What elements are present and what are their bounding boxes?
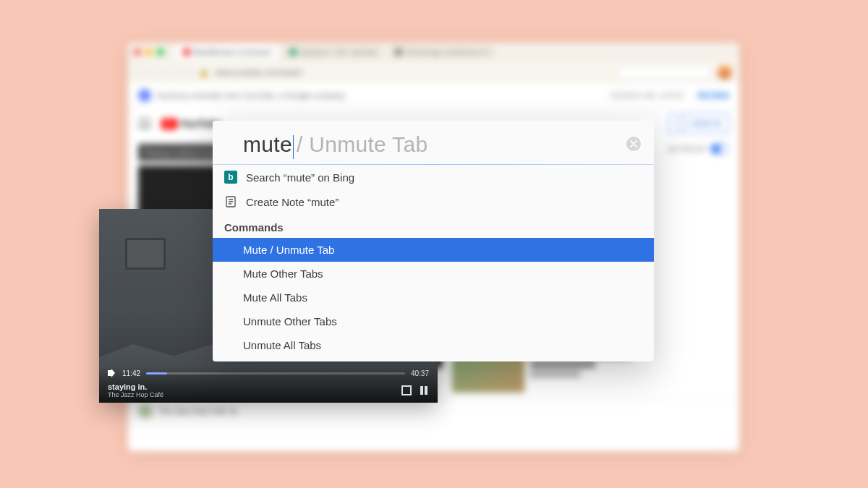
- palette-command[interactable]: Unmute Other Tabs: [213, 309, 654, 333]
- pause-icon[interactable]: [419, 385, 429, 395]
- palette-section-header: Commands: [213, 214, 654, 238]
- titlebar: Mute/Browse Command staying in · lofi · …: [128, 43, 739, 61]
- volume-icon[interactable]: [108, 369, 116, 377]
- command-label: Mute / Unmute Tab: [243, 244, 334, 256]
- progress-bar[interactable]: [146, 372, 405, 374]
- palette-result-note[interactable]: Create Note “mute”: [213, 189, 654, 214]
- sign-in-label: SIGN IN: [692, 119, 721, 128]
- palette-input-row[interactable]: mute / Unmute Tab: [213, 121, 654, 164]
- autoplay-label: AUTOPLAY: [668, 145, 706, 153]
- maximize-window-icon[interactable]: [157, 48, 164, 56]
- palette-command-selected[interactable]: Mute / Unmute Tab: [213, 238, 654, 262]
- remind-later-button[interactable]: REMIND ME LATER: [610, 91, 684, 100]
- close-icon[interactable]: [626, 137, 641, 151]
- autoplay-toggle[interactable]: [710, 144, 729, 154]
- back-icon[interactable]: [135, 67, 145, 77]
- palette-command[interactable]: Unmute All Tabs: [213, 333, 654, 357]
- pip-title: staying in.: [108, 382, 163, 391]
- result-label: Create Note “mute”: [246, 196, 339, 208]
- channel-avatar: [138, 404, 153, 419]
- palette-typed-text: mute: [243, 132, 292, 157]
- url-text[interactable]: www.youtube.com/watch: [215, 68, 302, 77]
- tab-inactive[interactable]: Technology conference Cl: [388, 45, 495, 59]
- expand-icon[interactable]: [401, 385, 412, 395]
- command-label: Mute Other Tabs: [243, 267, 323, 280]
- tab-label: Mute/Browse Command: [193, 48, 271, 56]
- tab-label: staying in · lofi · jazzhop: [299, 48, 376, 56]
- privacy-banner: A privacy reminder from YouTube, a Googl…: [128, 83, 739, 108]
- palette-result-search[interactable]: b Search “mute” on Bing: [213, 165, 654, 189]
- command-label: Unmute All Tabs: [243, 339, 321, 351]
- address-bar: 🔒 www.youtube.com/watch: [128, 61, 739, 83]
- window-controls[interactable]: [134, 48, 164, 56]
- note-icon: [224, 195, 237, 208]
- lock-icon: 🔒: [199, 68, 209, 77]
- home-icon[interactable]: [183, 67, 193, 77]
- channel-name: The Jazz Hop Café ☕: [158, 406, 239, 416]
- palette-autocomplete-hint: / Unmute Tab: [297, 132, 427, 157]
- command-label: Mute All Tabs: [243, 291, 307, 304]
- reload-icon[interactable]: [167, 67, 177, 77]
- favicon-icon: [395, 48, 402, 56]
- banner-text: A privacy reminder from YouTube, a Googl…: [157, 91, 346, 100]
- bing-icon: b: [224, 171, 237, 184]
- profile-avatar[interactable]: [718, 65, 732, 80]
- result-label: Search “mute” on Bing: [246, 171, 354, 184]
- favicon-icon: [183, 48, 190, 56]
- pip-subtitle: The Jazz Hop Café: [108, 391, 163, 398]
- pip-duration: 40:37: [411, 369, 429, 377]
- command-palette: mute / Unmute Tab b Search “mute” on Bin…: [213, 121, 654, 361]
- minimize-window-icon[interactable]: [145, 48, 153, 56]
- palette-results: b Search “mute” on Bing Create Note “mut…: [213, 165, 654, 361]
- tab-active[interactable]: Mute/Browse Command: [176, 45, 278, 59]
- text-caret: [293, 135, 294, 159]
- sign-in-button[interactable]: SIGN IN: [668, 114, 729, 134]
- tab-label: Technology conference Cl: [405, 48, 488, 56]
- pip-current-time: 11:42: [122, 369, 140, 377]
- shield-icon: [138, 89, 151, 102]
- forward-icon[interactable]: [151, 67, 161, 77]
- pip-controls: 11:42 40:37 staying in. The Jazz Hop Caf…: [99, 367, 438, 403]
- command-label: Unmute Other Tabs: [243, 315, 337, 328]
- palette-command[interactable]: Mute Other Tabs: [213, 262, 654, 286]
- youtube-play-icon: [161, 119, 177, 129]
- palette-command[interactable]: Mute All Tabs: [213, 286, 654, 309]
- menu-icon[interactable]: [138, 119, 151, 129]
- toolbar-search-input[interactable]: [618, 65, 712, 80]
- tab-inactive[interactable]: staying in · lofi · jazzhop: [282, 45, 383, 59]
- favicon-icon: [289, 48, 297, 56]
- close-window-icon[interactable]: [134, 48, 141, 56]
- review-button[interactable]: REVIEW: [698, 91, 729, 100]
